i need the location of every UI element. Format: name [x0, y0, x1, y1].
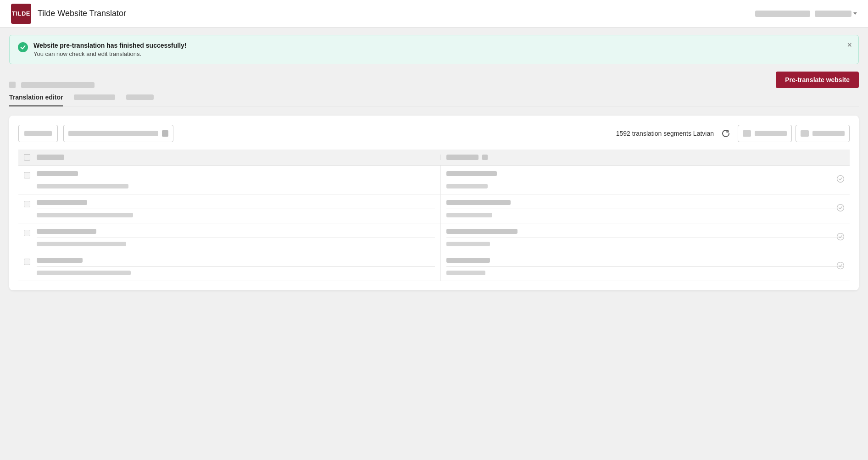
user-role-placeholder: [815, 11, 851, 17]
target-separator: [446, 266, 845, 267]
table-row: [18, 194, 850, 223]
source-separator: [37, 180, 435, 180]
approve-icon[interactable]: [836, 261, 845, 272]
approve-icon[interactable]: [836, 174, 845, 185]
header-source-label: [37, 155, 64, 160]
search-placeholder: [68, 131, 158, 136]
target-separator: [446, 209, 845, 209]
svg-point-0: [837, 176, 844, 183]
source-text-line1: [37, 200, 87, 205]
svg-point-1: [837, 205, 844, 211]
row-checkbox[interactable]: [24, 172, 30, 178]
notification-close-button[interactable]: ×: [847, 41, 852, 49]
chevron-down-icon: [853, 12, 857, 15]
breadcrumb-text: [21, 82, 95, 88]
source-cell: [37, 166, 441, 194]
row-checkbox[interactable]: [24, 201, 30, 207]
editor-card: 1592 translation segments Latvian: [9, 116, 859, 290]
tab-placeholder-1[interactable]: [74, 90, 115, 105]
source-text-line2: [37, 242, 126, 246]
page-title-row: Pre-translate website: [9, 72, 859, 88]
editor-toolbar: 1592 translation segments Latvian: [18, 125, 850, 142]
target-text-line2: [446, 184, 488, 188]
pretranslate-button[interactable]: Pre-translate website: [776, 72, 859, 88]
view-icon-1: [743, 130, 751, 137]
app-header: TILDE Tilde Website Translator: [0, 0, 868, 28]
search-icon: [162, 130, 168, 137]
target-cell[interactable]: [441, 194, 850, 223]
tab-bar: Translation editor: [9, 89, 859, 106]
toolbar-right-group: [738, 125, 850, 142]
target-cell[interactable]: [441, 166, 850, 194]
row-checkbox-cell: [18, 166, 37, 194]
source-cell: [37, 194, 441, 223]
tab-placeholder-text-2: [126, 94, 154, 100]
header-target-cell: [441, 155, 850, 160]
header-source-cell: [37, 155, 441, 160]
notification-title: Website pre-translation has finished suc…: [33, 42, 187, 49]
view-button-2[interactable]: [796, 125, 850, 142]
search-input-container[interactable]: [63, 125, 173, 142]
success-notification: Website pre-translation has finished suc…: [9, 35, 859, 64]
tilde-logo: TILDE: [11, 4, 31, 24]
row-checkbox[interactable]: [24, 259, 30, 265]
row-checkbox-cell: [18, 252, 37, 281]
notification-content: Website pre-translation has finished suc…: [33, 42, 187, 57]
view-icon-2: [801, 130, 809, 137]
target-cell[interactable]: [441, 223, 850, 252]
target-separator: [446, 180, 845, 180]
source-text-line1: [37, 171, 78, 176]
tab-translation-editor[interactable]: Translation editor: [9, 89, 63, 106]
target-text-line2: [446, 271, 485, 275]
notification-subtitle: You can now check and edit translations.: [33, 50, 187, 57]
user-name-placeholder: [755, 11, 810, 17]
view-label-2: [812, 131, 845, 136]
app-title: Tilde Website Translator: [38, 9, 126, 18]
approve-icon[interactable]: [836, 232, 845, 243]
target-cell[interactable]: [441, 252, 850, 281]
header-checkbox-cell: [18, 154, 37, 161]
filter-button-label: [24, 131, 52, 136]
table-row: [18, 166, 850, 194]
target-text-line2: [446, 213, 492, 217]
segments-count-info: 1592 translation segments Latvian: [616, 130, 714, 137]
source-text-line2: [37, 213, 133, 217]
source-text-line2: [37, 184, 128, 188]
svg-point-2: [837, 233, 844, 240]
source-cell: [37, 252, 441, 281]
target-text-line1: [446, 258, 490, 263]
select-all-checkbox[interactable]: [24, 154, 30, 161]
source-separator: [37, 238, 435, 238]
target-text-line1: [446, 229, 517, 234]
svg-point-3: [837, 262, 844, 269]
table-row: [18, 223, 850, 252]
source-text-line1: [37, 229, 96, 234]
view-button-1[interactable]: [738, 125, 792, 142]
target-text-line1: [446, 171, 497, 176]
filter-button[interactable]: [18, 125, 58, 142]
page-breadcrumb: [9, 78, 95, 88]
table-row: [18, 252, 850, 281]
breadcrumb-icon: [9, 82, 16, 88]
source-separator: [37, 209, 435, 209]
row-checkbox[interactable]: [24, 230, 30, 236]
header-target-icon: [482, 155, 488, 160]
source-text-line2: [37, 271, 131, 275]
header-right: [755, 11, 857, 17]
target-text-line2: [446, 242, 490, 246]
tab-placeholder-2[interactable]: [126, 90, 154, 105]
target-separator: [446, 238, 845, 238]
success-icon: [18, 42, 28, 52]
translation-table: [18, 150, 850, 281]
header-left: TILDE Tilde Website Translator: [11, 4, 126, 24]
view-label-1: [755, 131, 787, 136]
main-content: Website pre-translation has finished suc…: [0, 35, 868, 290]
source-text-line1: [37, 258, 83, 263]
row-checkbox-cell: [18, 223, 37, 252]
row-checkbox-cell: [18, 194, 37, 223]
user-dropdown[interactable]: [815, 11, 857, 17]
target-text-line1: [446, 200, 511, 205]
tab-placeholder-text-1: [74, 94, 115, 100]
refresh-button[interactable]: [719, 127, 732, 140]
approve-icon[interactable]: [836, 203, 845, 214]
